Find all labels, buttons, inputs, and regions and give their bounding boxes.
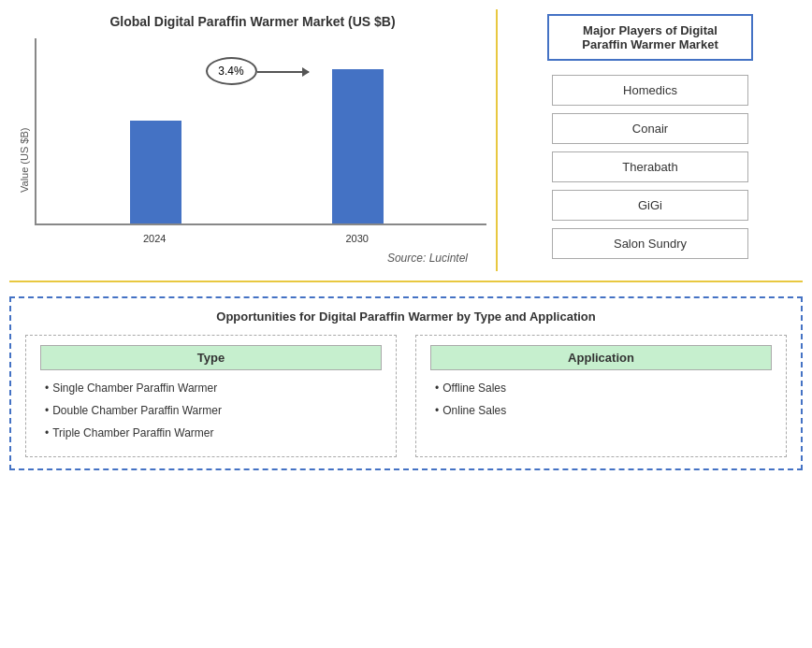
bar-2024 [130,121,181,223]
bar-group-2024 [130,121,181,223]
bullet-4: • [435,382,439,395]
bottom-section: Opportunities for Digital Paraffin Warme… [9,296,803,470]
player-salon-sundry: Salon Sundry [552,228,748,259]
bullet-1: • [45,382,49,395]
opportunities-title: Opportunities for Digital Paraffin Warme… [25,310,787,324]
bullet-3: • [45,426,49,439]
type-item-1: •Single Chamber Paraffin Warmer [40,380,382,396]
chart-area: Global Digital Paraffin Warmer Market (U… [9,9,496,271]
bullet-5: • [435,404,439,417]
players-panel: Major Players of Digital Paraffin Warmer… [496,9,803,271]
arrow-line [257,71,309,73]
bar-label-2024: 2024 [143,233,166,244]
player-gigi: GiGi [552,190,748,221]
players-title: Major Players of Digital Paraffin Warmer… [547,14,753,61]
player-therabath: Therabath [552,151,748,182]
y-axis-label: Value (US $B) [19,76,30,244]
app-item-2: •Online Sales [430,402,772,419]
columns-container: Type •Single Chamber Paraffin Warmer •Do… [25,335,787,457]
chart-wrapper: Value (US $B) 3.4% [19,38,486,244]
annotation-circle: 3.4% [206,57,257,85]
type-item-3: •Triple Chamber Paraffin Warmer [40,425,382,441]
chart-inner: 3.4% [35,38,486,244]
chart-title: Global Digital Paraffin Warmer Market (U… [109,14,395,29]
application-column: Application •Offline Sales •Online Sales [415,335,787,457]
application-column-header: Application [430,345,772,370]
source-label: Source: Lucintel [19,252,486,265]
type-item-2: •Double Chamber Paraffin Warmer [40,402,382,419]
bars-container: 3.4% [35,38,486,225]
x-axis: 2024 2030 [35,225,486,244]
bullet-2: • [45,404,49,417]
bar-group-2030 [332,69,384,223]
main-container: Global Digital Paraffin Warmer Market (U… [0,0,812,648]
type-column-header: Type [40,345,382,370]
top-section: Global Digital Paraffin Warmer Market (U… [9,9,803,282]
annotation-value: 3.4% [218,65,243,78]
player-homedics: Homedics [552,75,748,106]
player-conair: Conair [552,113,748,144]
type-column: Type •Single Chamber Paraffin Warmer •Do… [25,335,397,457]
annotation: 3.4% [206,57,257,85]
bar-label-2030: 2030 [346,233,369,244]
bar-2030 [332,69,384,223]
app-item-1: •Offline Sales [430,380,772,396]
